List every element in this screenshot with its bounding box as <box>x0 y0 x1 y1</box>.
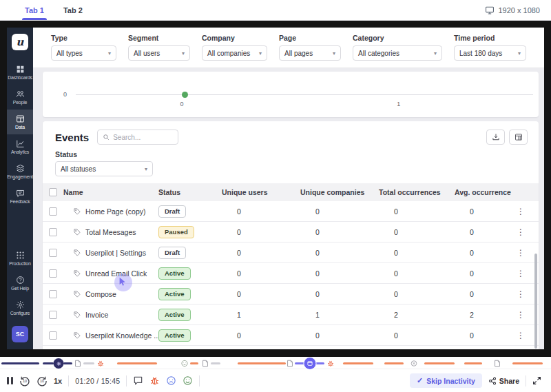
timeline-playhead[interactable] <box>304 358 316 369</box>
row-checkbox[interactable] <box>49 207 57 216</box>
row-menu-button[interactable]: ⋮ <box>512 227 529 237</box>
event-name-cell[interactable]: Home Page (copy) <box>63 207 158 216</box>
timeline-page-marker[interactable] <box>202 360 209 367</box>
table-row[interactable]: Userpilot | SettingsDraft0000⋮ <box>43 243 539 263</box>
timeline-segment[interactable] <box>384 362 404 364</box>
row-checkbox[interactable] <box>49 249 57 257</box>
table-row[interactable]: Userpilot Knowledge ...Active0000⋮ <box>43 325 539 346</box>
filter-dropdown[interactable]: All users▾ <box>128 45 190 61</box>
row-menu-button[interactable]: ⋮ <box>512 310 529 320</box>
row-checkbox[interactable] <box>49 228 57 236</box>
sidebar-item-get-help[interactable]: Get Help <box>7 271 33 296</box>
avatar[interactable]: SC <box>12 326 28 342</box>
timeline-page-marker[interactable] <box>74 360 82 367</box>
column-header: Avg. occurrence <box>455 188 512 196</box>
player-tab[interactable]: Tab 1 <box>15 0 54 20</box>
row-menu-button[interactable]: ⋮ <box>512 331 529 340</box>
row-checkbox[interactable] <box>49 269 57 278</box>
export-button[interactable] <box>486 130 505 145</box>
timeline-error-marker[interactable] <box>410 360 418 367</box>
timeline-segment[interactable] <box>464 362 482 364</box>
timeline-segment[interactable] <box>83 362 94 364</box>
event-name-cell[interactable]: Userpilot Knowledge ... <box>63 331 158 340</box>
select-all-checkbox[interactable] <box>49 188 57 196</box>
table-row[interactable]: Total MeesagesPaused0000⋮ <box>43 222 539 243</box>
sidebar-item-label: Data <box>15 125 25 130</box>
metric-value: 0 <box>300 269 379 278</box>
filter-dropdown[interactable]: All types▾ <box>51 45 116 61</box>
timeline-segment[interactable] <box>117 362 157 364</box>
timeline-smiley-marker[interactable] <box>181 360 189 367</box>
forward-10-icon: 10 <box>37 375 48 386</box>
sidebar-item-engagement[interactable]: Engagement <box>7 159 33 184</box>
timeline-segment[interactable] <box>343 362 373 364</box>
filter-dropdown[interactable]: All companies▾ <box>202 45 267 61</box>
filter-dropdown[interactable]: Last 180 days▾ <box>454 45 526 61</box>
timeline-segment[interactable] <box>315 362 324 364</box>
skip-inactivity-toggle[interactable]: ✓ Skip Inactivity <box>410 373 482 388</box>
filter-dropdown[interactable]: All pages▾ <box>279 45 341 61</box>
timeline-segment[interactable] <box>43 362 54 364</box>
sidebar-item-data[interactable]: Data <box>7 110 33 134</box>
event-tag-icon <box>73 269 81 278</box>
row-menu-button[interactable]: ⋮ <box>512 248 529 258</box>
timeline-segment[interactable] <box>211 362 220 364</box>
row-checkbox[interactable] <box>49 311 57 319</box>
events-search[interactable] <box>97 130 178 145</box>
row-menu-button[interactable]: ⋮ <box>512 289 529 299</box>
columns-button[interactable] <box>509 130 528 145</box>
row-checkbox[interactable] <box>49 331 57 340</box>
sidebar-item-feedback[interactable]: Feedback <box>7 184 33 209</box>
event-name-cell[interactable]: Unread Email Click <box>63 269 158 278</box>
pause-button[interactable] <box>7 377 13 384</box>
frustration-marker-icon[interactable] <box>166 375 176 386</box>
userpilot-logo[interactable]: u <box>12 34 28 50</box>
sidebar-item-people[interactable]: People <box>7 85 33 110</box>
sidebar-item-configure[interactable]: Configure <box>7 296 33 320</box>
metric-value: 0 <box>455 331 512 340</box>
timeline-segment[interactable] <box>424 362 455 364</box>
timeline-segment[interactable] <box>63 362 72 364</box>
column-header: Name <box>63 188 158 196</box>
table-scrollbar[interactable] <box>534 254 537 349</box>
event-name-cell[interactable]: Compose <box>63 290 158 298</box>
timeline-segment[interactable] <box>238 362 286 364</box>
table-row[interactable]: Home Page (copy)Draft0000⋮ <box>43 201 539 222</box>
timeline-bug-marker[interactable] <box>97 360 105 367</box>
chevron-down-icon: ▾ <box>259 50 262 56</box>
fullscreen-button[interactable] <box>532 376 541 385</box>
playback-speed-button[interactable]: 1x <box>54 377 62 385</box>
filter-label: Segment <box>128 34 190 42</box>
forward-10-button[interactable]: 10 <box>37 375 48 386</box>
row-menu-button[interactable]: ⋮ <box>512 269 529 278</box>
filter-bar: TypeAll types▾SegmentAll users▾CompanyAl… <box>33 28 544 68</box>
timeline-segment[interactable] <box>512 362 543 364</box>
filter-dropdown[interactable]: All categories▾ <box>353 45 442 61</box>
event-name-cell[interactable]: Userpilot | Settings <box>63 249 158 257</box>
row-menu-button[interactable]: ⋮ <box>512 207 529 216</box>
timeline-bug-marker[interactable] <box>327 360 335 367</box>
player-tab[interactable]: Tab 2 <box>54 0 92 20</box>
row-checkbox[interactable] <box>49 290 57 298</box>
timeline-event-marker[interactable] <box>54 358 64 369</box>
event-name-cell[interactable]: Total Meesages <box>63 228 158 236</box>
comment-marker-icon[interactable] <box>133 375 143 386</box>
timeline-page-marker[interactable] <box>494 360 501 367</box>
timeline-scrubber[interactable] <box>0 357 551 369</box>
slider-track[interactable] <box>76 94 533 95</box>
error-marker-icon[interactable] <box>149 375 160 386</box>
sidebar-item-dashboards[interactable]: Dashboards <box>7 60 33 85</box>
rewind-10-button[interactable]: 10 <box>19 375 30 386</box>
slider-handle[interactable] <box>182 92 188 98</box>
sidebar-item-production[interactable]: Production <box>7 246 33 271</box>
share-button[interactable]: Share <box>488 377 519 385</box>
timeline-page-marker[interactable] <box>287 360 294 367</box>
status-dropdown[interactable]: All statuses ▾ <box>55 161 153 176</box>
search-input[interactable] <box>113 134 173 141</box>
sidebar-item-analytics[interactable]: Analytics <box>7 134 33 159</box>
timeline-segment[interactable] <box>190 362 198 364</box>
timeline-segment[interactable] <box>1 362 39 364</box>
table-row[interactable]: InvoiceActive1122⋮ <box>43 305 539 325</box>
event-name-cell[interactable]: Invoice <box>63 311 158 319</box>
happy-marker-icon[interactable] <box>183 375 193 386</box>
